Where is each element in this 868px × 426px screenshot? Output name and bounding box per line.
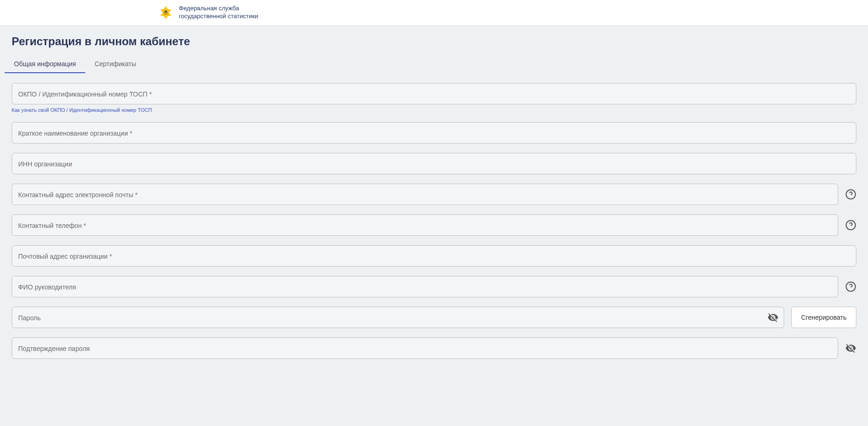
phone-input[interactable] (12, 214, 838, 236)
email-help-icon[interactable] (845, 189, 856, 200)
okpo-input[interactable] (12, 83, 856, 104)
tab-certificates[interactable]: Сертификаты (85, 55, 145, 73)
short-name-input[interactable] (12, 122, 856, 144)
header-org-name: Федеральная служба государственной стати… (179, 5, 258, 21)
postal-input[interactable] (12, 245, 856, 267)
svg-point-1 (165, 11, 167, 13)
password-confirm-input[interactable] (12, 337, 838, 359)
tabs: Общая информация Сертификаты (0, 55, 868, 74)
site-header: Федеральная служба государственной стати… (0, 0, 868, 26)
director-help-icon[interactable] (845, 281, 856, 292)
password-confirm-visibility-toggle-icon[interactable] (845, 343, 856, 354)
phone-help-icon[interactable] (845, 220, 856, 231)
registration-form: ОКПО / Идентификационный номер ТОСП * Ка… (0, 74, 868, 368)
password-visibility-toggle-icon[interactable] (767, 312, 779, 323)
password-input[interactable] (12, 307, 784, 328)
okpo-help-link[interactable]: Как узнать свой ОКПО / Идентификационный… (12, 107, 856, 113)
tab-general-info[interactable]: Общая информация (5, 55, 85, 73)
email-input[interactable] (12, 184, 838, 205)
director-input[interactable] (12, 276, 838, 297)
inn-input[interactable] (12, 153, 856, 174)
generate-password-button[interactable]: Сгенерировать (791, 307, 856, 328)
page-title: Регистрация в личном кабинете (0, 26, 868, 55)
rosstat-logo-icon (158, 5, 173, 20)
